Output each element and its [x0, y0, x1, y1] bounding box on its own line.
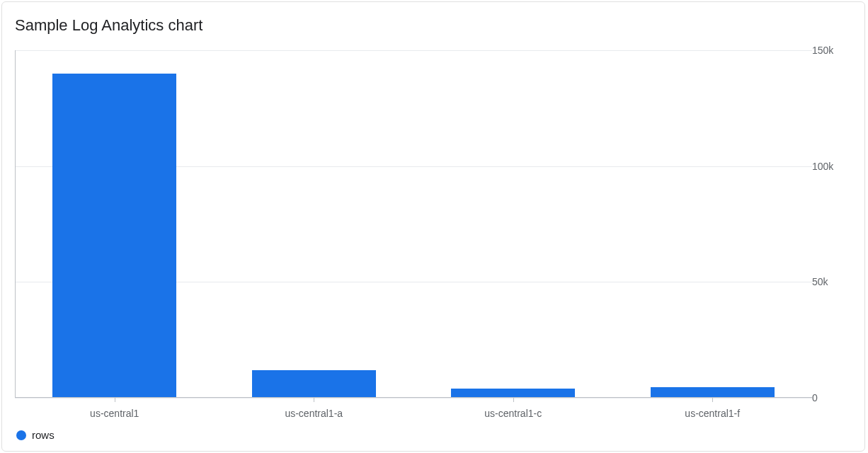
chart-wrap: us-central1us-central1-aus-central1-cus-…: [15, 50, 852, 398]
chart-plot: us-central1us-central1-aus-central1-cus-…: [15, 50, 812, 398]
y-tick-label: 100k: [812, 161, 833, 172]
y-tick-label: 150k: [812, 45, 833, 56]
bar[interactable]: [52, 74, 176, 398]
chart-card: Sample Log Analytics chart us-central1us…: [1, 1, 865, 452]
bar-slot: us-central1-c: [413, 50, 613, 398]
bar-slot: us-central1: [15, 50, 215, 398]
bar-slot: us-central1-f: [613, 50, 813, 398]
y-axis-line: [15, 50, 16, 398]
bar[interactable]: [651, 387, 775, 398]
chart-area: us-central1us-central1-aus-central1-cus-…: [15, 50, 852, 441]
x-tick-label: us-central1-f: [685, 398, 740, 419]
x-tick-label: us-central1: [90, 398, 139, 419]
x-axis-line: [15, 397, 812, 398]
x-tick-label: us-central1-a: [285, 398, 343, 419]
bar[interactable]: [252, 370, 376, 398]
x-tick-label: us-central1-c: [484, 398, 542, 419]
chart-title: Sample Log Analytics chart: [15, 16, 852, 35]
bar-slot: us-central1-a: [215, 50, 414, 398]
y-tick-label: 50k: [812, 276, 828, 287]
legend-swatch-icon: [16, 430, 26, 440]
bars-container: us-central1us-central1-aus-central1-cus-…: [15, 50, 812, 398]
chart-legend: rows: [15, 429, 852, 441]
y-axis-labels: 050k100k150k: [812, 50, 852, 398]
y-tick-label: 0: [812, 392, 818, 403]
legend-label: rows: [32, 429, 55, 441]
